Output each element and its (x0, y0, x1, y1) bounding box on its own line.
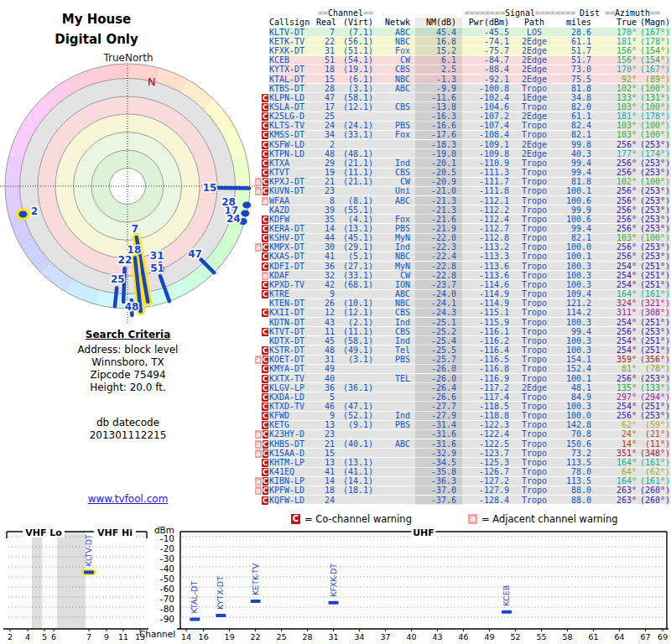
cell-callsign: WFAA (269, 196, 316, 205)
cell-virt: (2.1) (336, 318, 375, 327)
cell-virt: (27.1) (336, 262, 375, 271)
table-row: aCKMPX-DT30(29.1)Ind-22.3-113.2Tropo100.… (255, 243, 671, 252)
cell-nm: -26.6 (415, 392, 462, 402)
table-row: KDTX-DT45(58.1)Ind-25.4-116.2Tropo100.32… (255, 336, 671, 345)
cell-real: 7 (316, 28, 336, 37)
cell-virt: (3.1) (336, 355, 375, 364)
co-channel-warning-badge: C (262, 402, 268, 411)
group-header-channel: ==Channel== (316, 8, 375, 18)
cell-true-az: 324° (595, 299, 638, 308)
chart-x-tick-label: 13 (135, 632, 145, 641)
warning-marker-cell: C (255, 224, 269, 233)
cell-magn-az: (348°) (638, 449, 670, 458)
radar-marker-label: 48 (125, 301, 139, 313)
co-channel-warning-badge: C (262, 384, 268, 392)
warning-marker-cell: C (255, 327, 269, 336)
cell-real: 49 (316, 364, 336, 373)
cell-virt: (56.1) (336, 37, 375, 46)
cell-path: 2Edge (514, 46, 554, 55)
table-row: KTBS-DT28(3.1)ABC-9.9-100.8Tropo81.8102°… (255, 84, 671, 93)
cell-nm: -16.6 (415, 121, 462, 130)
cell-callsign: KMPX-DT (269, 242, 316, 252)
column-header-magn: (Magn) (638, 18, 670, 27)
chart-marker (84, 571, 94, 574)
warning-marker-cell: C (255, 215, 269, 224)
cell-nm: -21.0 (415, 186, 462, 195)
cell-real: 14 (316, 224, 336, 233)
cell-nm: 6.1 (415, 55, 462, 65)
radar-marker-label: 28 (221, 196, 236, 208)
cell-magn-az: (251°) (638, 280, 670, 289)
cell-real: 40 (316, 374, 336, 383)
chart-x-tick-label: 37 (381, 632, 391, 641)
cell-netwk: CBS (375, 102, 415, 112)
chart-marker-label: KETK-TV (251, 563, 260, 595)
cell-netwk: PBS (375, 420, 415, 429)
cell-path: 2Edge (514, 140, 554, 149)
cell-nm: -21.3 (415, 196, 462, 205)
cell-real: 13 (316, 420, 336, 429)
cell-magn-az: (251°) (638, 402, 670, 411)
cell-nm: -31.4 (415, 420, 462, 429)
cell-miles: 81.8 (554, 177, 595, 186)
cell-real: 43 (316, 318, 336, 327)
chart-x-tick-label: 9 (104, 632, 109, 641)
cell-callsign: KMSS-DT (269, 130, 316, 139)
cell-callsign: K23HY-D (269, 429, 316, 439)
cell-true-az: 254° (595, 280, 638, 289)
chart-x-tick-label: 5 (42, 632, 47, 641)
cell-path: Tropo (514, 467, 554, 476)
cell-netwk: NBC (375, 252, 415, 261)
co-channel-warning-badge: C (263, 486, 269, 495)
cell-magn-az: (356°) (638, 355, 670, 364)
cell-netwk: ABC (375, 439, 415, 449)
cell-path: Tropo (514, 205, 554, 215)
cell-virt: (33.1) (336, 130, 375, 139)
radar-marker (18, 210, 27, 217)
cell-miles: 99.4 (554, 327, 595, 336)
cell-netwk: Ind (375, 411, 415, 420)
cell-callsign: KSFW-LD (269, 140, 316, 149)
cell-pwr: -122.5 (462, 439, 514, 449)
cell-true-az: 359° (595, 355, 638, 364)
table-row: aCKHBS-DT21(40.1)ABC-31.6-122.5Tropo150.… (255, 439, 671, 449)
cell-magn-az: (100°) (638, 177, 670, 186)
cell-pwr: -113.6 (462, 262, 514, 271)
cell-path: Tropo (514, 355, 554, 364)
cell-pwr: -114.9 (462, 289, 514, 299)
cell-callsign: KDTX-DT (269, 336, 316, 345)
cell-nm: -13.8 (415, 102, 462, 112)
cell-netwk: NBC (375, 37, 415, 46)
cell-pwr: -111.7 (462, 177, 514, 186)
cell-callsign: KTEN-DT (269, 299, 316, 308)
cell-virt: (58.1) (336, 336, 375, 345)
cell-magn-az: (251°) (638, 262, 670, 271)
cell-pwr: -122.3 (462, 420, 514, 429)
table-row: aCK15AA-D15-32.9-123.7Tropo73.2351°(348°… (255, 449, 671, 458)
cell-miles: 100.3 (554, 271, 595, 280)
cell-nm: -16.3 (415, 112, 462, 121)
cell-true-az: 181° (595, 112, 638, 121)
cell-real: 35 (316, 215, 336, 224)
cell-miles: 99.4 (554, 168, 595, 177)
tvfool-link[interactable]: www.tvfool.com (88, 493, 169, 505)
cell-true-az: 256° (595, 224, 638, 233)
cell-path: Tropo (514, 420, 554, 429)
cell-path: Tropo (514, 392, 554, 402)
cell-miles: 88.0 (554, 486, 595, 495)
co-channel-warning-badge: C (262, 375, 268, 383)
cell-true-az: 297° (595, 392, 638, 402)
table-row: CKLPN-LD47(58.1)-11.6-102.41Edge34.8133°… (255, 93, 671, 102)
warning-marker-cell: aC (255, 356, 269, 365)
cell-real: 2 (316, 140, 336, 149)
cell-callsign: KHBS-DT (269, 439, 316, 449)
cell-nm: -25.2 (415, 327, 462, 336)
cell-nm: -18.3 (415, 140, 462, 149)
cell-nm: -35.8 (415, 467, 462, 476)
cell-callsign: K15AA-D (269, 449, 316, 458)
chart-x-tick-label: 28 (303, 632, 313, 641)
warning-marker-cell: aC (255, 430, 269, 439)
cell-real: 19 (316, 168, 336, 177)
cell-magn-az: (251°) (638, 345, 670, 355)
cell-magn-az: (131°) (638, 93, 670, 102)
